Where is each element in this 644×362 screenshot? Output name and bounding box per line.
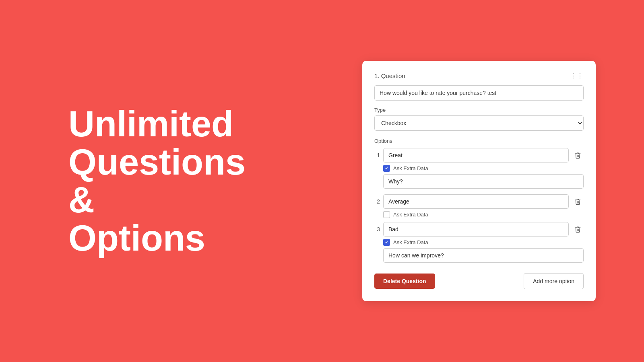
option-row-1: 1 ✓ Ask Extra Data xyxy=(374,148,584,190)
option-input-3[interactable] xyxy=(383,222,569,237)
extra-data-input-1[interactable] xyxy=(383,174,584,189)
ask-extra-row-2: Ask Extra Data xyxy=(383,211,584,218)
hero-line1: Unlimited xyxy=(68,104,233,144)
checkmark-3: ✓ xyxy=(385,240,388,245)
question-card: 1. Question ⋮⋮ Type Checkbox Radio Text … xyxy=(362,61,596,301)
left-panel: Unlimited Questions & Options xyxy=(0,0,314,362)
right-panel: 1. Question ⋮⋮ Type Checkbox Radio Text … xyxy=(314,0,644,362)
ask-extra-label-3: Ask Extra Data xyxy=(393,239,428,245)
drag-icon[interactable]: ⋮⋮ xyxy=(570,72,584,80)
card-footer: Delete Question Add more option xyxy=(374,273,584,289)
ask-extra-label-1: Ask Extra Data xyxy=(393,165,428,171)
ask-extra-checkbox-2[interactable] xyxy=(383,211,390,218)
question-number-label: 1. Question xyxy=(374,72,405,79)
checkmark-1: ✓ xyxy=(385,166,388,171)
delete-option-1-button[interactable] xyxy=(572,150,584,160)
option-input-1[interactable] xyxy=(383,148,569,162)
ask-extra-checkbox-1[interactable]: ✓ xyxy=(383,165,390,172)
ask-extra-label-2: Ask Extra Data xyxy=(393,212,428,218)
type-label: Type xyxy=(374,107,584,113)
ask-extra-checkbox-3[interactable]: ✓ xyxy=(383,239,390,246)
question-input[interactable] xyxy=(374,85,584,101)
hero-text: Unlimited Questions & Options xyxy=(68,105,246,257)
delete-question-button[interactable]: Delete Question xyxy=(374,274,435,289)
type-select[interactable]: Checkbox Radio Text Rating xyxy=(374,115,584,131)
option-number-3: 3 xyxy=(374,226,380,232)
delete-option-3-button[interactable] xyxy=(572,224,584,234)
option-row-3: 3 ✓ Ask Extra Data xyxy=(374,222,584,264)
option-number-1: 1 xyxy=(374,152,380,158)
option-number-2: 2 xyxy=(374,198,380,205)
extra-data-input-3[interactable] xyxy=(383,248,584,263)
hero-line3: & xyxy=(68,180,95,220)
card-header: 1. Question ⋮⋮ xyxy=(374,72,584,80)
hero-line2: Questions xyxy=(68,142,246,182)
add-more-option-button[interactable]: Add more option xyxy=(524,273,584,289)
options-label: Options xyxy=(374,138,584,144)
hero-line4: Options xyxy=(68,218,205,258)
delete-option-2-button[interactable] xyxy=(572,197,584,207)
option-input-2[interactable] xyxy=(383,194,569,209)
option-row-2: 2 Ask Extra Data xyxy=(374,194,584,218)
ask-extra-row-1: ✓ Ask Extra Data xyxy=(383,165,584,172)
ask-extra-row-3: ✓ Ask Extra Data xyxy=(383,239,584,246)
